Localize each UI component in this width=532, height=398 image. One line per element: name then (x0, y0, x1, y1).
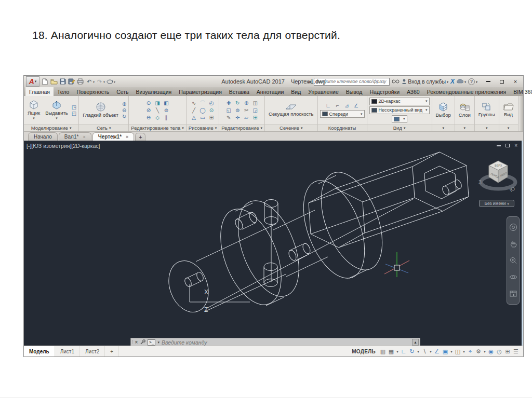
panel-more-view[interactable]: ▾ (499, 124, 518, 131)
panel-title-section[interactable]: Сечение▾ (265, 124, 317, 131)
open-file-icon[interactable] (50, 78, 58, 86)
wrench-icon[interactable] (140, 339, 145, 345)
a360-icon[interactable]: ▾ (457, 79, 466, 84)
groups-button[interactable]: Группы (477, 97, 497, 123)
osnap3d-dropdown-icon[interactable]: ▾ (462, 350, 466, 353)
search-icon[interactable] (392, 79, 400, 84)
new-drawing-tab-button[interactable]: + (135, 133, 145, 141)
orbit-icon[interactable] (509, 273, 517, 281)
snap-mode-icon[interactable]: ▦ (387, 348, 395, 355)
close-icon[interactable]: × (83, 134, 85, 140)
circle-icon[interactable]: ◯ (200, 107, 205, 114)
object-snap-3d-icon[interactable]: ◫ (454, 348, 462, 355)
layers-button[interactable]: Слои (457, 97, 472, 123)
undo-dropdown-icon[interactable]: ▾ (93, 80, 95, 84)
subtract-icon[interactable]: ⊘ (147, 107, 151, 114)
save-icon[interactable] (59, 78, 66, 86)
panel-title-modify[interactable]: Редактирование▾ (219, 124, 264, 131)
mesh-refine-icon[interactable]: ⊕ (122, 101, 126, 107)
section-plane-button[interactable]: Секущая плоскость (267, 97, 315, 123)
tab-glavnaya[interactable]: Главная (25, 87, 54, 96)
osnap-dropdown-icon[interactable]: ▾ (449, 350, 454, 353)
command-input[interactable] (162, 339, 410, 346)
view-tools-button[interactable]: Вид (501, 97, 516, 123)
box-button[interactable]: Ящик▾ (26, 97, 42, 123)
layout-tab-list2[interactable]: Лист2 (80, 346, 105, 356)
tab-recommended-apps[interactable]: Рекомендованные приложения (423, 87, 510, 96)
exchange-apps-icon[interactable]: X (450, 78, 455, 85)
layout-tab-model[interactable]: Модель (24, 346, 55, 356)
new-file-icon[interactable] (41, 78, 49, 86)
separate-icon[interactable]: ∥ (165, 114, 168, 121)
model-space-label[interactable]: МОДЕЛЬ (349, 349, 379, 354)
drawing-grid-icon[interactable]: ▥ (379, 348, 387, 355)
drawing-area[interactable]: X Z [-] [ЮЗ изометрия] [2D-каркас] (24, 141, 523, 346)
ucs-previous-icon[interactable]: ∠ (354, 102, 358, 109)
mirror-icon[interactable]: ◫ (252, 100, 257, 106)
viewcube-ucs-dropdown[interactable]: Без имени ▾ (479, 200, 514, 207)
visual-style-dropdown[interactable]: 2D-каркас ▾ (369, 98, 430, 105)
workspace-icon[interactable] (106, 78, 114, 86)
mesh-crease-icon[interactable]: ↻ (122, 114, 126, 119)
pan-icon[interactable] (509, 240, 517, 248)
polygon-icon[interactable]: △ (192, 114, 196, 121)
polar-dropdown-icon[interactable]: ▾ (416, 350, 420, 353)
ortho-mode-icon[interactable]: ∟ (400, 348, 408, 354)
object-snap-icon[interactable]: ▣ (441, 348, 449, 355)
named-view-dropdown[interactable]: Несохраненный вид ▾ (369, 106, 430, 114)
workspace-dropdown-icon[interactable]: ▾ (483, 350, 487, 353)
clean-screen-icon[interactable]: ⊞ (503, 348, 512, 355)
doc-restore-button[interactable] (506, 144, 510, 147)
intersect-icon[interactable]: ⊖ (147, 114, 151, 121)
rectangle-icon[interactable]: ▭ (200, 114, 205, 121)
line-icon[interactable]: ╱ (192, 107, 195, 114)
hatch-icon[interactable]: ⊞ (209, 114, 214, 121)
panel-title-coordinates[interactable]: Координаты (318, 124, 367, 131)
tab-telo[interactable]: Тело (54, 87, 73, 96)
maximize-button[interactable] (498, 78, 506, 85)
tab-parametrizaciya[interactable]: Параметризация (175, 87, 225, 96)
presspull-icon[interactable]: ◰ (72, 111, 76, 116)
fillet-edge-icon[interactable]: ╲ (156, 107, 159, 114)
viewport-menu-control[interactable]: [-] (26, 143, 31, 149)
help-control[interactable]: ?▾ (468, 78, 477, 85)
command-history-icon[interactable]: ▲ (412, 339, 419, 346)
close-button[interactable]: × (512, 78, 519, 85)
workspace-gear-icon[interactable]: ⚙ (474, 348, 483, 355)
search-input[interactable] (314, 78, 390, 86)
snap-dropdown-icon[interactable]: ▾ (395, 350, 400, 353)
explode-icon[interactable]: ✛ (235, 114, 240, 121)
command-drag-handle[interactable]: ⁞ (132, 340, 133, 345)
print-icon[interactable] (76, 78, 84, 86)
smooth-object-button[interactable]: Гладкий объект (81, 97, 120, 123)
offset-icon[interactable]: ⊚ (235, 107, 240, 114)
command-prompt-icon[interactable]: >_ (148, 339, 155, 346)
polysolid-icon[interactable]: ◳ (72, 104, 76, 110)
point-icon[interactable]: ⊙ (209, 107, 214, 114)
tab-nadstroyki[interactable]: Надстройки (366, 87, 403, 96)
doc-minimize-button[interactable] (497, 145, 501, 146)
tab-vizualizaciya[interactable]: Визуализация (132, 87, 176, 96)
scale-icon[interactable]: ◱ (226, 107, 231, 114)
object-snap-tracking-icon[interactable]: ∠ (433, 348, 441, 355)
ucs-z-icon[interactable]: ⊿ (344, 102, 349, 109)
undo-icon[interactable]: ↶ (85, 78, 93, 86)
offset-edge-icon[interactable]: ⊚ (164, 107, 168, 114)
file-tab-start[interactable]: Начало (28, 132, 58, 141)
tab-vid[interactable]: Вид (287, 87, 304, 96)
viewport-style-control[interactable]: [2D-каркас] (71, 143, 100, 149)
fillet-icon[interactable]: ◲ (252, 107, 257, 114)
selection-button[interactable]: Выбор (434, 97, 453, 123)
ucs-icon[interactable]: ∟ (326, 102, 331, 109)
tab-set[interactable]: Сеть (113, 87, 132, 96)
doc-close-button[interactable]: × (514, 143, 517, 148)
command-line[interactable]: ⁞ × >_ ▾ ▲ (130, 338, 420, 346)
tab-annotacii[interactable]: Аннотации (253, 87, 288, 96)
viewport-view-control[interactable]: [ЮЗ изометрия] (31, 143, 71, 149)
extrude-button[interactable]: Выдавить▾ (44, 97, 70, 123)
panel-more-selection[interactable]: ▾ (432, 124, 455, 131)
navigation-wheel-icon[interactable] (509, 223, 517, 231)
showmotion-icon[interactable] (509, 290, 517, 298)
isodraft-dropdown-icon[interactable]: ▾ (429, 350, 433, 353)
new-layout-button[interactable]: + (105, 346, 119, 356)
